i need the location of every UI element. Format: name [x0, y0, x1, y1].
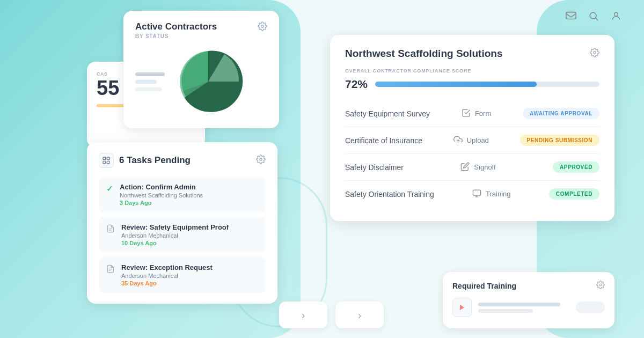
- task-time: 10 Days Ago: [121, 240, 229, 246]
- compliance-label: OVERALL CONTRACTOR COMPLIANCE SCORE: [345, 68, 599, 74]
- training-card: Required Training: [443, 272, 614, 328]
- message-icon[interactable]: [565, 10, 577, 23]
- search-icon[interactable]: [587, 10, 600, 23]
- row-item-type: Signoff: [460, 162, 495, 173]
- compliance-row-item: Safety Equipment Survey Form AWAITING AP…: [345, 100, 599, 127]
- row-item-name: Safety Disclaimer: [345, 163, 404, 172]
- nav-card-a[interactable]: ›: [279, 302, 327, 328]
- pie-legend: [135, 72, 165, 91]
- task-time: 35 Days Ago: [121, 280, 213, 286]
- training-title: Required Training: [452, 282, 516, 290]
- tasks-icon: [99, 153, 114, 168]
- doc-icon: [106, 264, 115, 275]
- task-name: Action: Confirm Admin: [120, 183, 203, 191]
- legend-line-3: [135, 87, 162, 91]
- form-icon: [462, 108, 471, 119]
- task-company: Anderson Mechanical: [121, 232, 229, 239]
- status-badge: COMPLETED: [549, 188, 599, 200]
- row-type-label: Upload: [467, 136, 489, 144]
- row-item-name: Certificate of Insurance: [345, 136, 422, 145]
- top-nav: [565, 10, 623, 23]
- contractors-gear-icon[interactable]: [258, 21, 267, 33]
- upload-icon: [453, 135, 463, 146]
- status-badge: PENDING SUBMISSION: [520, 135, 599, 146]
- svg-rect-8: [107, 161, 109, 164]
- nw-card: Northwest Scaffolding Solutions OVERALL …: [330, 35, 614, 221]
- svg-rect-5: [103, 157, 106, 160]
- svg-rect-16: [473, 190, 480, 195]
- contractors-title: Active Contractors: [135, 21, 217, 32]
- task-company: Anderson Mechanical: [121, 273, 213, 279]
- tasks-gear-icon[interactable]: [256, 155, 266, 166]
- tasks-title: 6 Tasks Pending: [119, 155, 191, 166]
- task-item: Review: Exception Request Anderson Mecha…: [99, 257, 266, 293]
- row-type-label: Training: [486, 190, 510, 198]
- contractors-card: Active Contractors BY STATUS: [123, 11, 279, 128]
- training-bar-1: [478, 303, 560, 306]
- svg-line-2: [596, 18, 598, 21]
- user-icon[interactable]: [610, 10, 623, 23]
- chevron-right-icon: ›: [302, 309, 305, 321]
- svg-rect-6: [107, 157, 109, 160]
- svg-point-19: [599, 284, 602, 286]
- progress-bar: [375, 82, 599, 87]
- doc-icon: [106, 224, 115, 234]
- task-time: 3 Days Ago: [120, 200, 203, 206]
- check-icon: ✓: [106, 184, 113, 194]
- row-item-name: Safety Equipment Survey: [345, 109, 430, 118]
- compliance-pct: 72%: [345, 78, 369, 91]
- signoff-icon: [460, 162, 470, 173]
- training-bar-2: [478, 309, 533, 313]
- training-gear-icon[interactable]: [596, 281, 605, 291]
- tasks-card: 6 Tasks Pending ✓ Action: Confirm Admin …: [87, 142, 277, 304]
- row-item-type: Training: [472, 189, 510, 200]
- row-type-label: Form: [475, 109, 491, 117]
- status-badge: AWAITING APPROVAL: [523, 108, 599, 119]
- legend-line-1: [135, 72, 165, 76]
- pie-chart: [173, 47, 243, 116]
- svg-rect-0: [566, 12, 576, 19]
- status-badge: APPROVED: [553, 161, 599, 173]
- training-pill: [576, 302, 605, 313]
- nav-card-b[interactable]: ›: [335, 302, 384, 328]
- task-item: ✓ Action: Confirm Admin Northwest Scaffo…: [99, 177, 266, 212]
- progress-fill: [375, 82, 537, 87]
- legend-line-2: [135, 80, 157, 84]
- nw-title: Northwest Scaffolding Solutions: [345, 48, 502, 60]
- svg-point-4: [261, 25, 264, 28]
- task-item: Review: Safety Equipment Proof Anderson …: [99, 217, 266, 253]
- svg-point-14: [594, 52, 596, 54]
- svg-point-3: [614, 12, 618, 16]
- play-button[interactable]: [452, 298, 472, 317]
- svg-point-9: [260, 158, 262, 161]
- compliance-row-item: Certificate of Insurance Upload PENDING …: [345, 127, 599, 154]
- svg-marker-20: [460, 305, 464, 311]
- task-company: Northwest Scaffolding Solutions: [120, 192, 203, 199]
- svg-point-1: [590, 12, 596, 19]
- compliance-row-item: Safety Disclaimer Signoff APPROVED: [345, 154, 599, 181]
- row-item-type: Form: [462, 108, 491, 119]
- row-type-label: Signoff: [474, 163, 495, 171]
- row-item-type: Upload: [453, 135, 489, 146]
- svg-rect-7: [103, 161, 106, 164]
- nw-gear-icon[interactable]: [590, 48, 599, 60]
- compliance-row: 72%: [345, 78, 599, 91]
- compliance-row-item: Safety Orientation Training Training COM…: [345, 181, 599, 207]
- training-icon: [472, 189, 481, 200]
- contractors-subtitle: BY STATUS: [135, 33, 217, 39]
- row-item-name: Safety Orientation Training: [345, 190, 434, 199]
- chevron-right-icon: ›: [358, 309, 362, 321]
- task-name: Review: Safety Equipment Proof: [121, 223, 229, 231]
- training-content: [452, 298, 605, 317]
- training-bars: [478, 303, 569, 313]
- task-name: Review: Exception Request: [121, 263, 213, 271]
